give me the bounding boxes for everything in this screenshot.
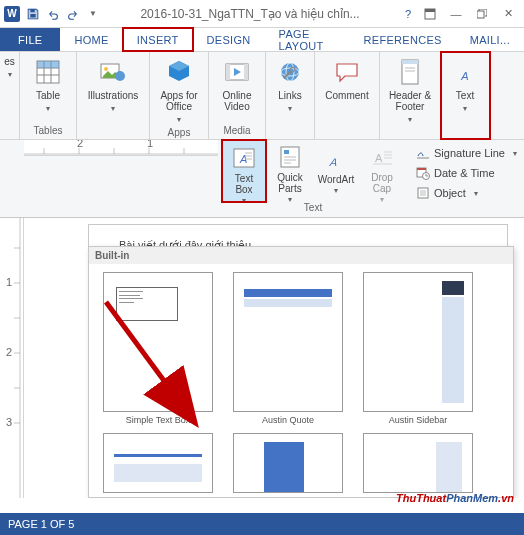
quickparts-icon (276, 144, 304, 170)
comment-icon (331, 56, 363, 88)
page-indicator[interactable]: PAGE 1 OF 5 (8, 518, 74, 530)
apps-icon (163, 56, 195, 88)
gallery-item-simple-text-box[interactable]: ▬▬▬▬▬▬▬▬▬▬▬▬▬▬▬▬▬▬▬▬▬▬▬▬▬▬▬▬ Simple Text… (93, 268, 223, 429)
svg-rect-39 (284, 150, 289, 154)
dropcap-button[interactable]: A Drop Cap▾ (360, 140, 404, 202)
save-icon[interactable] (24, 5, 42, 23)
group-links: Links▾ (266, 52, 315, 139)
thumb-6 (363, 433, 473, 493)
comment-button[interactable]: Comment (319, 54, 375, 103)
text-icon: A (449, 56, 481, 88)
titlebar: W ▼ 2016-10-31_NgaTTN_Tạo và hiệu chỉn..… (0, 0, 524, 28)
wordart-icon: A (322, 144, 350, 172)
group-illustrations: Illustrations▾ (77, 52, 150, 139)
svg-text:2: 2 (6, 346, 12, 358)
dropcap-icon: A (368, 144, 396, 170)
text-subribbon: 21 A Text Box▾ Quick Parts▾ A WordArt▾ A… (0, 140, 524, 218)
svg-text:A: A (460, 70, 468, 82)
object-button[interactable]: Object▾ (416, 184, 517, 202)
apps-button[interactable]: Apps for Office▾ (154, 54, 204, 126)
group-text: A Text▾ (441, 52, 490, 139)
thumb-5 (233, 433, 343, 493)
illustrations-button[interactable]: Illustrations▾ (81, 54, 145, 115)
gallery-item-austin-quote[interactable]: Austin Quote (223, 268, 353, 429)
links-button[interactable]: Links▾ (270, 54, 310, 115)
svg-text:A: A (328, 156, 338, 168)
video-icon (221, 56, 253, 88)
date-time-icon (416, 166, 430, 180)
svg-rect-13 (226, 64, 230, 80)
horizontal-ruler: 21 (24, 140, 218, 156)
group-pages: es▾ (0, 52, 20, 139)
svg-rect-56 (420, 190, 426, 196)
tab-mailings[interactable]: MAILI... (456, 28, 524, 51)
textbox-icon: A (230, 145, 258, 171)
svg-text:3: 3 (6, 416, 12, 428)
gallery-header: Built-in (89, 247, 513, 264)
svg-rect-21 (402, 60, 418, 64)
status-bar: PAGE 1 OF 5 (0, 513, 524, 535)
textbox-button[interactable]: A Text Box▾ (222, 140, 266, 202)
table-button[interactable]: Table▾ (24, 54, 72, 115)
group-header-footer: Header & Footer▾ (380, 52, 441, 139)
thumb-austin-sidebar (363, 272, 473, 412)
qat-dropdown-icon[interactable]: ▼ (84, 5, 102, 23)
gallery-item-4[interactable] (93, 429, 223, 497)
group-apps: Apps for Office▾ Apps (150, 52, 209, 139)
table-icon (32, 56, 64, 88)
svg-point-11 (115, 71, 125, 81)
minimize-icon[interactable]: — (444, 4, 468, 24)
undo-icon[interactable] (44, 5, 62, 23)
gallery-item-austin-sidebar[interactable]: Austin Sidebar (353, 268, 483, 429)
group-comments: Comment . (315, 52, 380, 139)
textbox-gallery: Built-in ▬▬▬▬▬▬▬▬▬▬▬▬▬▬▬▬▬▬▬▬▬▬▬▬▬▬▬▬ Si… (88, 246, 514, 498)
svg-point-10 (104, 67, 108, 71)
restore-icon[interactable] (470, 4, 494, 24)
object-icon (416, 186, 430, 200)
svg-rect-1 (425, 9, 435, 12)
tab-design[interactable]: DESIGN (193, 28, 265, 51)
gallery-item-6[interactable] (353, 429, 483, 497)
signature-icon (416, 146, 430, 160)
ribbon: es▾ Table▾ Tables Illustrations▾ Apps fo… (0, 52, 524, 140)
svg-text:2: 2 (77, 140, 83, 149)
tab-references[interactable]: REFERENCES (350, 28, 456, 51)
ribbon-tabs: FILE HOME INSERT DESIGN PAGE LAYOUT REFE… (0, 28, 524, 52)
close-icon[interactable]: ✕ (496, 4, 520, 24)
group-media: Online Video Media (209, 52, 266, 139)
svg-rect-8 (37, 61, 59, 68)
ribbon-display-icon[interactable] (418, 4, 442, 24)
tab-home[interactable]: HOME (60, 28, 122, 51)
wordart-button[interactable]: A WordArt▾ (314, 140, 358, 202)
gallery-item-5[interactable] (223, 429, 353, 497)
thumb-4 (103, 433, 213, 493)
help-icon[interactable]: ? (398, 8, 418, 20)
pages-button[interactable]: es▾ (2, 54, 18, 81)
window-title: 2016-10-31_NgaTTN_Tạo và hiệu chỉn... (102, 7, 398, 21)
svg-rect-2 (477, 11, 484, 18)
svg-text:1: 1 (6, 276, 12, 288)
svg-rect-14 (244, 64, 248, 80)
text-button[interactable]: A Text▾ (445, 54, 485, 115)
online-video-button[interactable]: Online Video (213, 54, 261, 114)
redo-icon[interactable] (64, 5, 82, 23)
illustrations-icon (97, 56, 129, 88)
svg-text:A: A (375, 152, 383, 164)
tab-insert[interactable]: INSERT (123, 28, 193, 51)
document-area: 123 Bài viết dưới đây giới thiệu Built-i… (0, 218, 524, 498)
links-icon (274, 56, 306, 88)
header-icon (394, 56, 426, 88)
group-tables: Table▾ Tables (20, 52, 77, 139)
svg-text:1: 1 (147, 140, 153, 149)
tab-page-layout[interactable]: PAGE LAYOUT (265, 28, 350, 51)
signature-line-button[interactable]: Signature Line▾ (416, 144, 517, 162)
quickparts-button[interactable]: Quick Parts▾ (268, 140, 312, 202)
quick-access-toolbar: ▼ (24, 5, 102, 23)
tab-file[interactable]: FILE (0, 28, 60, 51)
thumb-austin-quote (233, 272, 343, 412)
header-footer-button[interactable]: Header & Footer▾ (384, 54, 436, 126)
thumb-simple: ▬▬▬▬▬▬▬▬▬▬▬▬▬▬▬▬▬▬▬▬▬▬▬▬▬▬▬▬ (103, 272, 213, 412)
date-time-button[interactable]: Date & Time (416, 164, 517, 182)
svg-rect-51 (417, 168, 426, 170)
vertical-ruler: 123 (0, 218, 24, 498)
